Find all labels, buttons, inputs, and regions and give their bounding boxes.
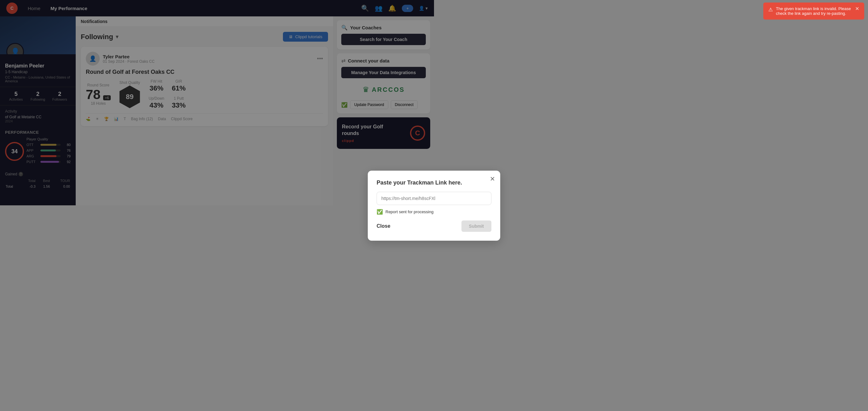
trackman-modal: Paste your Trackman Link here. ✕ ✅ Repor… [368,171,434,205]
modal-title: Paste your Trackman Link here. [377,180,434,186]
trackman-link-input[interactable] [377,192,434,205]
modal-overlay: Paste your Trackman Link here. ✕ ✅ Repor… [0,0,434,205]
